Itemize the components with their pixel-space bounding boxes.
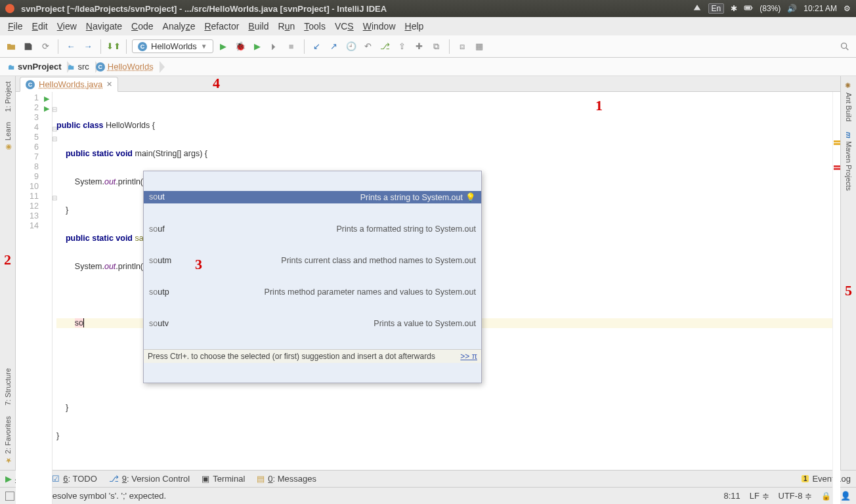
menu-view[interactable]: View <box>53 20 81 33</box>
svg-point-3 <box>842 43 847 48</box>
menu-window[interactable]: Window <box>359 20 400 33</box>
ant-icon: ✺ <box>844 81 853 90</box>
back-icon[interactable]: ← <box>64 39 78 54</box>
os-title-bar: svnProject [~/IdeaProjects/svnProject] -… <box>0 0 856 17</box>
work-area: 1: Project ◉Learn 2 7: Structure ★2: Fav… <box>0 76 856 470</box>
bluetooth-icon[interactable]: ✱ <box>731 4 737 13</box>
annotation-5: 5 <box>845 280 852 302</box>
editor-tabs: C HelloWorlds.java ✕ 4 <box>16 76 840 92</box>
menu-vcs[interactable]: VCS <box>331 20 358 33</box>
forward-icon[interactable]: → <box>81 39 95 54</box>
settings-gear-icon[interactable]: ⚙ <box>844 4 851 13</box>
system-tray: En ✱ (83%) 🔊 10:21 AM ⚙ <box>693 3 851 14</box>
profile-icon[interactable]: ⏵ <box>267 39 282 54</box>
tool-tab-project[interactable]: 1: Project <box>4 76 12 117</box>
error-stripe[interactable] <box>832 92 840 504</box>
coverage-icon[interactable]: ▶ <box>250 39 265 54</box>
menu-run[interactable]: Run <box>274 20 299 33</box>
class-icon: C <box>26 80 35 89</box>
vcs-branch-icon[interactable]: ⎇ <box>378 39 393 54</box>
completion-item[interactable]: soutm 3 Prints current class and method … <box>144 255 481 266</box>
menu-navigate[interactable]: Navigate <box>82 20 126 33</box>
run-config-selector[interactable]: C HelloWorlds ▼ <box>132 39 213 53</box>
editor-body[interactable]: 1▶ 2▶⊟ 3 4⊟ 5⊟ 6 7 8 9 10 11⊟ 12 13 14 1… <box>16 92 840 504</box>
completion-hint: Press Ctrl+. to choose the selected (or … <box>144 349 481 363</box>
completion-item[interactable]: sout Prints a string to System.out💡 <box>144 191 481 203</box>
tool-tab-learn[interactable]: ◉Learn <box>3 117 12 157</box>
save-all-icon[interactable] <box>21 39 35 54</box>
tool-tab-favorites[interactable]: ★2: Favorites <box>3 411 12 470</box>
vcs-commit-icon[interactable]: ↗ <box>327 39 341 54</box>
battery-percent: (83%) <box>760 4 781 13</box>
stop-icon[interactable]: ■ <box>284 39 299 54</box>
menu-help[interactable]: Help <box>401 20 428 33</box>
clock[interactable]: 10:21 AM <box>803 4 837 13</box>
tool-windows-toggle-icon[interactable] <box>5 492 14 501</box>
vcs-history-icon[interactable]: 🕘 <box>344 39 358 54</box>
inspector-man-icon[interactable]: 👤 <box>840 491 851 501</box>
menu-refactor[interactable]: Refactor <box>200 20 243 33</box>
class-icon: C <box>96 62 105 72</box>
main-menu-bar: File Edit View Navigate Code Analyze Ref… <box>0 17 856 35</box>
class-icon: C <box>138 42 147 51</box>
close-tab-icon[interactable]: ✕ <box>106 80 112 89</box>
right-tool-strip: ✺Ant Build mMaven Projects 5 <box>840 76 856 470</box>
sdk-icon[interactable]: ▦ <box>472 39 486 54</box>
svg-rect-1 <box>746 7 751 9</box>
editor-tab-helloWorlds[interactable]: C HelloWorlds.java ✕ <box>20 77 118 92</box>
annotation-1: 1 <box>595 97 603 114</box>
annotation-3: 3 <box>195 256 202 273</box>
battery-icon[interactable] <box>744 3 753 14</box>
maven-icon: m <box>845 132 853 138</box>
navigation-bar: 🖿 svnProject 🖿 src C HelloWorlds <box>0 58 856 76</box>
project-structure-icon[interactable]: ⧈ <box>455 39 469 54</box>
folder-icon: 🖿 <box>68 63 75 71</box>
completion-item[interactable]: souf Prints a formatted string to System… <box>144 223 481 235</box>
vcs-shelve-icon[interactable]: ⧉ <box>429 39 444 54</box>
left-tool-strip: 1: Project ◉Learn 2 7: Structure ★2: Fav… <box>0 76 16 470</box>
network-icon[interactable] <box>693 3 702 14</box>
tab-filename: HelloWorlds.java <box>39 79 102 89</box>
volume-icon[interactable]: 🔊 <box>787 4 797 13</box>
crumb-class[interactable]: C HelloWorlds <box>92 60 160 74</box>
tool-tab-maven[interactable]: mMaven Projects <box>845 127 853 196</box>
editor: C HelloWorlds.java ✕ 4 1▶ 2▶⊟ 3 4⊟ 5⊟ 6 … <box>16 76 840 470</box>
main-toolbar: ⟳ ← → ⬇⬆ C HelloWorlds ▼ ▶ 🐞 ▶ ⏵ ■ ↙ ↗ 🕘… <box>0 35 856 58</box>
svg-rect-2 <box>752 7 753 8</box>
vcs-update-icon[interactable]: ↙ <box>310 39 324 54</box>
menu-tools[interactable]: Tools <box>300 20 330 33</box>
search-everywhere-icon[interactable] <box>838 39 852 54</box>
dropdown-icon: ▼ <box>201 43 207 50</box>
star-icon: ★ <box>3 456 12 465</box>
tool-tab-ant[interactable]: ✺Ant Build <box>844 76 853 127</box>
completion-popup[interactable]: sout Prints a string to System.out💡 souf… <box>143 171 482 383</box>
run-gutter-icon[interactable]: ▶ <box>44 94 49 104</box>
menu-build[interactable]: Build <box>244 20 272 33</box>
debug-icon[interactable]: 🐞 <box>233 39 247 54</box>
run-icon[interactable]: ▶ <box>216 39 230 54</box>
open-icon[interactable] <box>4 39 18 54</box>
sync-icon[interactable]: ⟳ <box>38 39 53 54</box>
vcs-new-icon[interactable]: ✚ <box>412 39 427 54</box>
lang-indicator[interactable]: En <box>708 3 725 14</box>
build-icon[interactable]: ⬇⬆ <box>106 39 121 54</box>
menu-analyze[interactable]: Analyze <box>159 20 200 33</box>
crumb-project[interactable]: 🖿 svnProject <box>4 60 68 74</box>
menu-file[interactable]: File <box>4 20 27 33</box>
completion-item[interactable]: soutp Prints method parameter names and … <box>144 286 481 298</box>
window-title: svnProject [~/IdeaProjects/svnProject] -… <box>21 4 693 14</box>
window-close-icon[interactable] <box>5 4 14 13</box>
folder-icon: 🖿 <box>8 63 15 71</box>
menu-edit[interactable]: Edit <box>28 20 52 33</box>
tool-tab-structure[interactable]: 7: Structure <box>4 363 12 411</box>
vcs-revert-icon[interactable]: ↶ <box>361 39 375 54</box>
annotation-2: 2 <box>4 249 11 271</box>
crumb-src[interactable]: 🖿 src <box>64 60 95 74</box>
menu-code[interactable]: Code <box>127 20 157 33</box>
run-gutter-icon[interactable]: ▶ <box>44 104 49 114</box>
vcs-push-icon[interactable]: ⇧ <box>395 39 410 54</box>
completion-item[interactable]: soutv Prints a value to System.out <box>144 318 481 329</box>
run-config-label: HelloWorlds <box>151 41 197 51</box>
code-area[interactable]: 1 public class HelloWorlds { public stat… <box>53 92 832 504</box>
completion-settings-link[interactable]: >> π <box>460 352 477 361</box>
